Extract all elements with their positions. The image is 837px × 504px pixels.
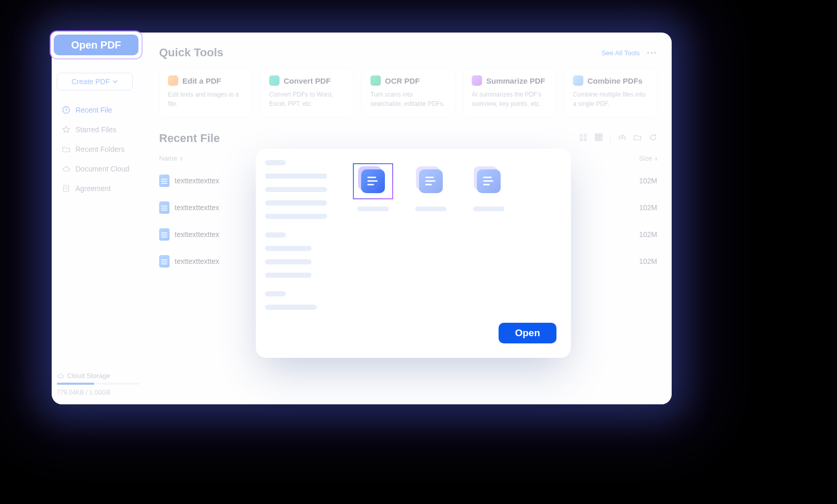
sidebar-item-label: Agreement — [75, 184, 111, 193]
folder-icon — [62, 145, 70, 153]
open-folder-icon[interactable] — [633, 133, 642, 144]
chevron-down-icon — [113, 79, 118, 84]
svg-rect-12 — [595, 139, 597, 141]
skeleton-line — [265, 200, 327, 206]
svg-rect-9 — [595, 136, 597, 138]
tool-combine-pdfs[interactable]: Combine PDFs Combine multiple files into… — [564, 68, 657, 117]
sort-icon[interactable]: ▴▾ — [180, 156, 182, 161]
picker-content: Open — [338, 149, 571, 358]
file-size: 102M — [621, 257, 657, 265]
cloud-icon — [62, 165, 70, 173]
svg-rect-2 — [580, 134, 582, 136]
open-pdf-button[interactable]: Open PDF — [54, 35, 138, 55]
skeleton-line — [265, 232, 286, 238]
file-size: 102M — [621, 230, 657, 239]
star-icon — [62, 125, 70, 134]
skeleton-line — [265, 174, 327, 179]
view-controls — [579, 133, 657, 144]
summarize-icon — [472, 75, 482, 86]
cloud-storage-widget: Cloud Storage 779.04KB / 1.00GB — [57, 372, 140, 396]
svg-rect-5 — [584, 138, 586, 140]
file-icon — [159, 175, 169, 187]
tool-title: Convert PDF — [284, 76, 331, 85]
tool-desc: Turn scans into searchable, editable PDF… — [370, 90, 446, 108]
file-thumbnails — [353, 163, 556, 211]
skeleton-caption — [473, 207, 504, 211]
tool-title: Edit a PDF — [182, 76, 221, 85]
app-window: Open PDF Create PDF Recent File Starred … — [52, 33, 672, 404]
tool-edit-pdf[interactable]: Edit a PDF Edit texts and images in a fi… — [159, 68, 252, 117]
svg-rect-10 — [598, 136, 600, 138]
sidebar-item-agreement[interactable]: Agreement — [57, 180, 140, 197]
svg-rect-7 — [598, 134, 600, 136]
view-grid-icon[interactable] — [595, 133, 603, 144]
col-size-label[interactable]: Size — [639, 154, 652, 162]
skeleton-line — [265, 291, 286, 296]
svg-rect-1 — [64, 185, 69, 192]
skeleton-line — [265, 214, 327, 219]
sidebar-item-label: Recent Folders — [75, 145, 125, 153]
file-size: 102M — [621, 203, 657, 212]
file-icon — [159, 201, 169, 214]
refresh-icon[interactable] — [649, 133, 657, 144]
recent-file-title: Recent File — [159, 132, 220, 145]
tool-desc: Convert PDFs to Word, Excel, PPT, etc. — [269, 90, 345, 108]
svg-rect-8 — [600, 134, 602, 136]
cloud-icon — [57, 372, 64, 380]
open-button[interactable]: Open — [499, 323, 556, 343]
convert-icon — [269, 75, 280, 86]
file-size: 102M — [621, 177, 657, 185]
svg-rect-14 — [600, 139, 602, 141]
picker-sidebar — [256, 149, 338, 358]
sidebar-item-recent-folders[interactable]: Recent Folders — [57, 141, 140, 158]
file-picker-modal: Open — [256, 149, 571, 358]
clock-icon — [62, 106, 70, 114]
doc-icon — [62, 184, 70, 193]
quick-tools-title: Quick Tools — [159, 46, 223, 59]
tool-desc: AI summarizes the PDF's overview, key po… — [472, 90, 547, 108]
sidebar-item-document-cloud[interactable]: Document Cloud — [57, 161, 140, 177]
tool-summarize-pdf[interactable]: Summarize PDF AI summarizes the PDF's ov… — [463, 68, 556, 117]
skeleton-line — [265, 187, 327, 192]
create-pdf-button[interactable]: Create PDF — [57, 73, 133, 90]
tool-title: Combine PDFs — [587, 76, 643, 85]
sidebar-item-label: Document Cloud — [75, 165, 129, 173]
svg-rect-11 — [600, 136, 602, 138]
skeleton-line — [265, 160, 286, 165]
combine-icon — [573, 75, 583, 86]
tool-title: Summarize PDF — [486, 76, 545, 85]
skeleton-line — [265, 259, 312, 264]
svg-rect-3 — [580, 138, 582, 140]
ocr-icon — [370, 75, 381, 86]
skeleton-line — [265, 305, 317, 310]
divider — [610, 134, 611, 143]
see-all-tools-link[interactable]: See All Tools — [601, 49, 640, 57]
sidebar-item-label: Recent File — [75, 106, 112, 114]
storage-usage-text: 779.04KB / 1.00GB — [57, 389, 140, 396]
sort-icon[interactable]: ▴▾ — [655, 156, 657, 161]
tool-title: OCR PDF — [385, 76, 420, 85]
sidebar-item-recent-file[interactable]: Recent File — [57, 102, 140, 118]
open-pdf-highlight-frame: Open PDF — [50, 30, 143, 59]
quick-tools-list: Edit a PDF Edit texts and images in a fi… — [159, 68, 657, 117]
tool-ocr-pdf[interactable]: OCR PDF Turn scans into searchable, edit… — [362, 68, 455, 117]
file-icon — [159, 228, 169, 241]
svg-rect-13 — [598, 139, 600, 141]
skeleton-caption — [358, 207, 389, 211]
upload-cloud-icon[interactable] — [618, 133, 626, 144]
cloud-storage-label: Cloud Storage — [67, 372, 110, 380]
skeleton-line — [265, 246, 312, 251]
view-list-icon[interactable] — [579, 133, 587, 144]
storage-progress-bar — [57, 383, 140, 385]
file-thumbnail[interactable] — [469, 163, 509, 211]
col-name-label[interactable]: Name — [159, 154, 177, 162]
svg-rect-4 — [584, 134, 586, 136]
file-thumbnail[interactable] — [411, 163, 451, 211]
tool-desc: Edit texts and images in a file. — [168, 90, 243, 108]
file-icon — [159, 255, 169, 267]
skeleton-caption — [415, 207, 446, 211]
more-options-icon[interactable]: ••• — [647, 49, 657, 57]
file-thumbnail-selected[interactable] — [353, 163, 393, 211]
sidebar-item-starred-files[interactable]: Starred Files — [57, 121, 140, 138]
tool-convert-pdf[interactable]: Convert PDF Convert PDFs to Word, Excel,… — [260, 68, 353, 117]
